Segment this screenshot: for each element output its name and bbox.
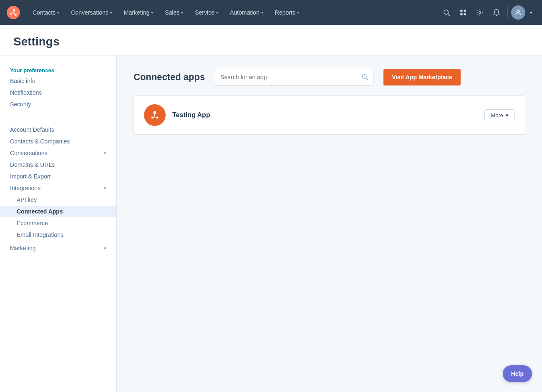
sidebar-item-domains-urls[interactable]: Domains & URLs <box>0 159 116 171</box>
svg-rect-5 <box>460 10 462 12</box>
svg-point-10 <box>517 10 519 13</box>
settings-body: Your preferences Basic info Notification… <box>0 55 542 392</box>
visit-marketplace-button[interactable]: Visit App Marketplace <box>383 69 461 85</box>
settings-button[interactable] <box>472 5 487 20</box>
svg-line-4 <box>448 14 449 15</box>
sidebar-item-marketing[interactable]: Marketing ▾ <box>0 242 116 254</box>
svg-point-9 <box>479 12 481 14</box>
nav-automation[interactable]: Automation ▾ <box>224 0 269 25</box>
marketing-sidebar-chevron-icon: ▾ <box>104 246 106 251</box>
app-card: Testing App More ▾ <box>134 95 525 135</box>
sidebar-item-account-defaults[interactable]: Account Defaults <box>0 124 116 136</box>
nav-conversations[interactable]: Conversations ▾ <box>65 0 118 25</box>
search-icon <box>361 73 368 81</box>
svg-line-12 <box>366 78 368 80</box>
main-content: Connected apps Visit App Marketplace <box>117 55 542 392</box>
sidebar-item-import-export[interactable]: Import & Export <box>0 171 116 182</box>
svg-rect-6 <box>464 10 466 12</box>
more-chevron-icon: ▾ <box>506 112 509 118</box>
svg-point-1 <box>10 13 12 15</box>
search-box <box>215 69 373 85</box>
sidebar-sub-email-integrations[interactable]: Email Integrations <box>0 229 116 241</box>
marketing-chevron-icon: ▾ <box>151 10 153 15</box>
sidebar-item-basic-info[interactable]: Basic info <box>0 75 116 87</box>
content-title: Connected apps <box>134 72 205 83</box>
sidebar-item-conversations[interactable]: Conversations ▾ <box>0 147 116 159</box>
svg-point-0 <box>7 6 20 19</box>
app-name: Testing App <box>172 111 478 119</box>
top-navigation: Contacts ▾ Conversations ▾ Marketing ▾ S… <box>0 0 542 25</box>
nav-contacts[interactable]: Contacts ▾ <box>27 0 65 25</box>
sidebar-sub-connected-apps[interactable]: Connected Apps <box>0 206 116 217</box>
automation-chevron-icon: ▾ <box>261 10 263 15</box>
settings-header: Settings <box>0 25 542 55</box>
service-chevron-icon: ▾ <box>216 10 218 15</box>
topnav-right-icons: ▾ <box>439 5 535 20</box>
svg-point-14 <box>154 111 156 114</box>
content-header: Connected apps Visit App Marketplace <box>134 69 525 85</box>
svg-point-2 <box>15 14 17 16</box>
sidebar-divider <box>10 117 106 117</box>
sidebar-item-notifications[interactable]: Notifications <box>0 87 116 98</box>
svg-rect-8 <box>464 13 466 15</box>
reports-chevron-icon: ▾ <box>297 10 299 15</box>
hubspot-logo[interactable] <box>7 6 20 19</box>
page-title: Settings <box>13 35 529 48</box>
conversations-sidebar-chevron-icon: ▾ <box>104 151 106 156</box>
marketplace-button[interactable] <box>456 5 471 20</box>
nav-service[interactable]: Service ▾ <box>189 0 224 25</box>
user-menu-chevron-icon[interactable]: ▾ <box>527 5 535 20</box>
nav-sales[interactable]: Sales ▾ <box>159 0 189 25</box>
help-button[interactable]: Help <box>503 365 532 382</box>
sidebar-your-preferences[interactable]: Your preferences <box>0 65 116 75</box>
settings-sidebar: Your preferences Basic info Notification… <box>0 55 117 392</box>
sidebar-item-integrations[interactable]: Integrations ▾ <box>0 182 116 194</box>
sidebar-item-contacts-companies[interactable]: Contacts & Companies <box>0 136 116 147</box>
notifications-button[interactable] <box>489 5 504 20</box>
app-icon <box>144 104 166 126</box>
nav-reports[interactable]: Reports ▾ <box>269 0 305 25</box>
sidebar-sub-api-key[interactable]: API key <box>0 194 116 206</box>
nav-menu: Contacts ▾ Conversations ▾ Marketing ▾ S… <box>27 0 439 25</box>
nav-marketing[interactable]: Marketing ▾ <box>118 0 159 25</box>
page-wrapper: Settings Your preferences Basic info Not… <box>0 25 542 392</box>
more-button[interactable]: More ▾ <box>484 109 515 121</box>
search-input[interactable] <box>220 74 361 80</box>
sales-chevron-icon: ▾ <box>181 10 183 15</box>
nav-divider <box>507 6 508 19</box>
sidebar-sub-ecommerce[interactable]: Ecommerce <box>0 217 116 229</box>
contacts-chevron-icon: ▾ <box>57 10 59 15</box>
search-button[interactable] <box>439 5 454 20</box>
conversations-chevron-icon: ▾ <box>110 10 112 15</box>
sidebar-item-security[interactable]: Security <box>0 98 116 110</box>
integrations-chevron-icon: ▾ <box>104 186 106 191</box>
svg-rect-7 <box>460 13 462 15</box>
user-avatar[interactable] <box>511 5 525 20</box>
